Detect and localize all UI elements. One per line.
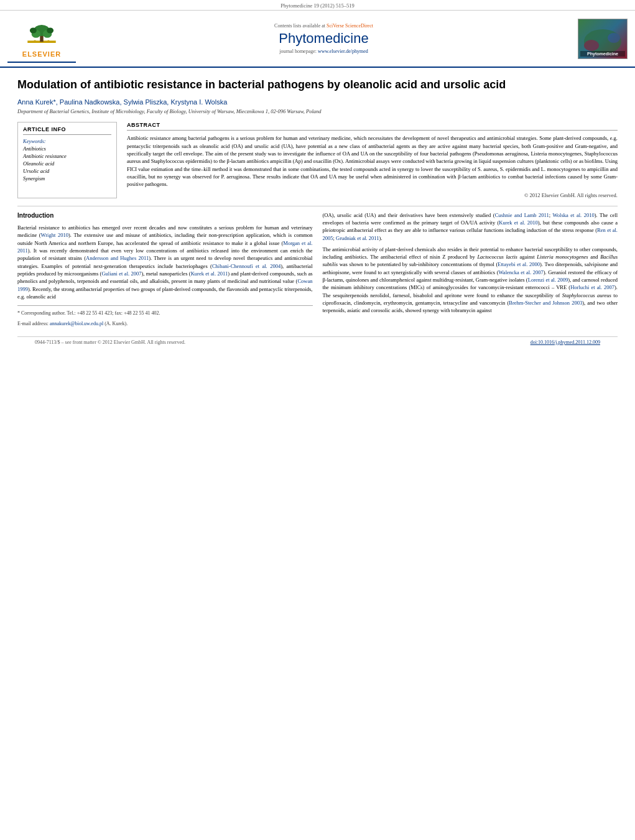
svg-point-10 xyxy=(584,40,599,51)
sciverse-link[interactable]: SciVerse ScienceDirect xyxy=(327,23,373,29)
ref-horluchi[interactable]: Horluchi et al. 2007 xyxy=(570,284,614,290)
ref-grudniak[interactable]: Grudniak et al. 2011 xyxy=(336,235,379,241)
abstract-section: ABSTRACT Antibiotic resistance among bac… xyxy=(127,122,618,198)
ref-cowan[interactable]: Cowan 1999 xyxy=(17,278,313,292)
elsevier-brand-text: ELSEVIER xyxy=(22,50,61,58)
species-4: Staphylococcus epidermidis xyxy=(151,158,211,164)
ref-wright[interactable]: Wright 2010 xyxy=(41,232,68,238)
email-link[interactable]: annakurek@biol.uw.edu.pl xyxy=(50,321,103,326)
introduction-heading: Introduction xyxy=(17,211,313,221)
keywords-list: Antibiotics Antibiotic resistance Oleano… xyxy=(23,145,111,182)
elsevier-tree-icon xyxy=(23,18,60,49)
ref-lorenzi[interactable]: Lorenzi et al. 2009 xyxy=(528,277,568,283)
article-info-title: ARTICLE INFO xyxy=(23,126,111,135)
species-2: Listeria monocytogenes xyxy=(531,150,582,157)
article-title: Modulation of antibiotic resistance in b… xyxy=(17,78,618,92)
volume-info: Phytomedicine 19 (2012) 515–519 xyxy=(280,2,354,9)
contents-line: Contents lists available at SciVerse Sci… xyxy=(82,23,565,29)
keyword-2: Oleanolic acid xyxy=(23,160,111,168)
body-two-col: Introduction Bacterial resistance to ant… xyxy=(17,211,618,331)
top-bar: Phytomedicine 19 (2012) 515–519 xyxy=(0,0,635,11)
svg-point-8 xyxy=(47,40,50,42)
ref-ettayebi[interactable]: Ettayebi et al. 2000 xyxy=(498,261,540,267)
svg-point-11 xyxy=(608,33,620,43)
footnote-area: * Corresponding author. Tel.: +48 22 55 … xyxy=(17,305,313,327)
authors: Anna Kurek*, Paulina Nadkowska, Sylwia P… xyxy=(17,98,618,106)
article-content: Modulation of antibiotic resistance in b… xyxy=(0,68,635,358)
keyword-0: Antibiotics xyxy=(23,145,111,153)
journal-title: Phytomedicine xyxy=(82,30,565,47)
abstract-title: ABSTRACT xyxy=(127,122,618,131)
left-body-col: Introduction Bacterial resistance to ant… xyxy=(17,211,313,331)
keywords-label: Keywords: xyxy=(23,138,111,144)
intro-right-text-1: (OA), ursolic acid (UA) and their deriva… xyxy=(323,211,618,242)
ref-wolska2010[interactable]: Wolska et al. 2010 xyxy=(553,212,595,218)
intro-left-text: Bacterial resistance to antibiotics has … xyxy=(17,224,313,300)
svg-point-7 xyxy=(34,40,36,42)
species-8: P. aeruginosa xyxy=(221,173,250,180)
journal-center: Contents lists available at SciVerse Sci… xyxy=(76,23,572,54)
intro-right-text-2: The antimicrobial activity of plant-deri… xyxy=(323,246,618,315)
species-7: L. monocytogenes xyxy=(541,166,580,172)
journal-header: ELSEVIER Contents lists available at Sci… xyxy=(0,11,635,68)
homepage-link[interactable]: www.elsevier.de/phymed xyxy=(318,48,368,54)
svg-point-5 xyxy=(30,27,37,33)
species-lactococcus: Lactococcus lactis xyxy=(477,254,517,260)
abstract-text: Antibiotic resistance among bacterial pa… xyxy=(127,134,618,188)
species-1: Pseudomonas aeruginosa xyxy=(475,150,528,157)
issn-line: 0944-7113/$ – see front matter © 2012 El… xyxy=(35,339,185,345)
ref-kurek2010[interactable]: Kurek et al. 2010 xyxy=(499,219,537,226)
keyword-4: Synergism xyxy=(23,175,111,183)
ref-brehm[interactable]: Brehm-Stecher and Johnson 2003 xyxy=(509,300,582,306)
doi-line[interactable]: doi:10.1016/j.phymed.2011.12.009 xyxy=(531,339,600,345)
article-info-abstract-row: ARTICLE INFO Keywords: Antibiotics Antib… xyxy=(17,122,618,198)
article-info-box: ARTICLE INFO Keywords: Antibiotics Antib… xyxy=(17,122,117,198)
right-body-col: (OA), ursolic acid (UA) and their deriva… xyxy=(323,211,618,331)
copyright-line: © 2012 Elsevier GmbH. All rights reserve… xyxy=(127,192,618,198)
journal-right-logo: Phytomedicine xyxy=(572,19,628,59)
phytomedicine-logo-box: Phytomedicine xyxy=(578,19,628,59)
logo-text: Phytomedicine xyxy=(580,51,625,57)
page-wrapper: Phytomedicine 19 (2012) 515–519 ELSEVIER xyxy=(0,0,635,840)
species-listeria: Listeria monocytogenes xyxy=(537,254,588,260)
svg-point-6 xyxy=(47,27,53,33)
species-6: S. epidermidis xyxy=(500,166,531,172)
keyword-3: Ursolic acid xyxy=(23,168,111,175)
ref-cushnie[interactable]: Cushnie and Lamb 2011 xyxy=(495,212,549,218)
ref-guliani[interactable]: Guliani et al. 2007 xyxy=(101,270,141,277)
species-saureus2: Staphylococcus aureus xyxy=(562,292,611,298)
species-5: S. aureus xyxy=(478,166,497,172)
footnote-corresponding: * Corresponding author. Tel.: +48 22 55 … xyxy=(17,310,313,316)
bottom-bar: 0944-7113/$ – see front matter © 2012 El… xyxy=(17,336,618,348)
ref-kurek2011[interactable]: Kurek et al. 2011 xyxy=(191,270,228,277)
affiliation: Department of Bacterial Genetics, Instit… xyxy=(17,108,618,114)
keyword-1: Antibiotic resistance xyxy=(23,153,111,160)
footnote-email: E-mail address: annakurek@biol.uw.edu.pl… xyxy=(17,320,313,327)
ref-morgan[interactable]: Morgan et al. 2011 xyxy=(17,240,313,254)
ref-chibani[interactable]: Chibani-Chennoufi et al. 2004 xyxy=(212,263,280,269)
ref-walencka[interactable]: Walencka et al. 2007 xyxy=(499,269,544,275)
homepage-line: journal homepage: www.elsevier.de/phymed xyxy=(82,48,565,54)
ref-andersson[interactable]: Andersson and Hughes 2011 xyxy=(86,255,149,261)
divider-1 xyxy=(17,206,618,206)
elsevier-logo: ELSEVIER xyxy=(7,14,76,63)
